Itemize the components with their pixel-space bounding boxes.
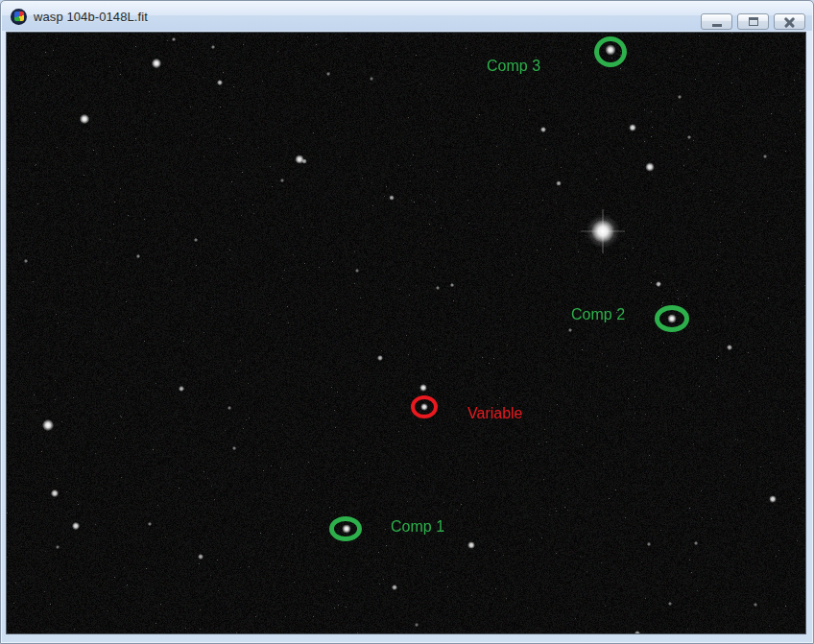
minimize-icon	[712, 24, 722, 27]
restore-button[interactable]	[737, 13, 769, 30]
close-button[interactable]	[774, 13, 805, 30]
app-window: wasp 104b-0148L.fit Comp 3Comp 2Variable…	[0, 0, 814, 644]
minimize-button[interactable]	[701, 13, 732, 30]
starfield-canvas	[7, 33, 805, 633]
title-bar[interactable]: wasp 104b-0148L.fit	[2, 2, 812, 31]
app-icon[interactable]	[11, 9, 27, 25]
app-icon-color-chip	[14, 12, 24, 21]
fits-image-viewport[interactable]: Comp 3Comp 2VariableComp 1	[6, 32, 806, 634]
close-icon	[783, 16, 796, 27]
restore-icon	[749, 17, 758, 26]
window-controls	[701, 13, 805, 30]
window-title: wasp 104b-0148L.fit	[34, 10, 148, 24]
